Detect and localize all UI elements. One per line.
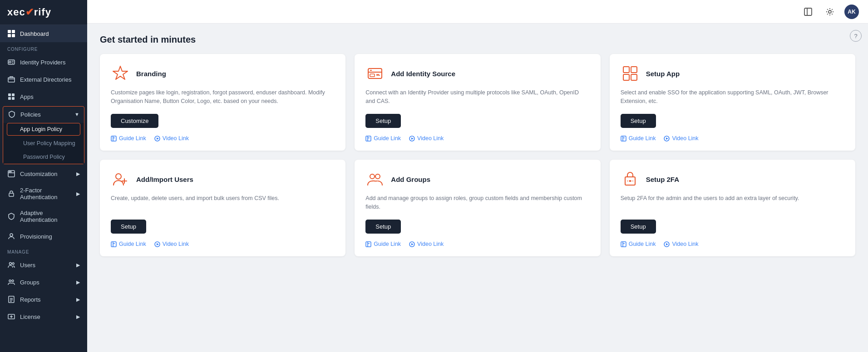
sidebar-item-license[interactable]: License ▶ [0, 308, 87, 325]
add-import-users-card-title: Add/Import Users [136, 176, 193, 183]
svg-point-21 [12, 280, 14, 282]
svg-point-18 [10, 263, 12, 265]
sidebar-item-customization-label: Customization [20, 171, 57, 177]
add-identity-source-video-link[interactable]: Video Link [409, 135, 444, 142]
sidebar-item-dashboard[interactable]: Dashboard [0, 25, 87, 42]
svg-point-46 [116, 174, 121, 179]
setup-2fa-card-links: Guide Link Video Link [621, 241, 844, 247]
svg-rect-0 [8, 30, 11, 33]
setup-2fa-card-header: Setup 2FA [621, 170, 844, 189]
toggle-sidebar-button[interactable] [801, 5, 815, 19]
svg-point-15 [10, 171, 11, 172]
settings-button[interactable] [823, 5, 837, 19]
branding-customize-button[interactable]: Customize [111, 114, 158, 128]
sidebar-sub-app-login-policy[interactable]: App Login Policy [7, 123, 80, 136]
content-area: Get started in minutes Branding Customiz… [87, 24, 868, 352]
svg-rect-27 [111, 136, 116, 141]
sidebar-item-users[interactable]: Users ▶ [0, 256, 87, 274]
setup-app-video-link[interactable]: Video Link [664, 135, 698, 142]
sidebar-item-reports[interactable]: Reports ▶ [0, 291, 87, 308]
branding-card-links: Guide Link Video Link [111, 135, 335, 142]
add-identity-source-setup-button[interactable]: Setup [365, 114, 401, 128]
configure-section-label: Configure [0, 42, 87, 54]
svg-point-53 [375, 174, 380, 179]
sidebar-sub-password-policy[interactable]: Password Policy [3, 150, 84, 164]
sidebar-item-adaptive-auth[interactable]: Adaptive Authentication [0, 205, 87, 228]
sidebar-item-identity-providers-label: Identity Providers [20, 59, 65, 66]
svg-rect-11 [8, 97, 11, 100]
app-login-policy-label: App Login Policy [20, 126, 62, 132]
setup-2fa-icon [621, 170, 640, 189]
sidebar-item-2fa[interactable]: 2-Factor Authentication ▶ [0, 182, 87, 205]
add-import-users-card-desc: Create, update, delete users, and import… [111, 194, 335, 212]
sidebar: xec✔rify Dashboard Configure Identity Pr… [0, 0, 87, 352]
branding-card-title: Branding [136, 70, 166, 78]
svg-point-25 [829, 10, 831, 13]
setup-app-card-links: Guide Link Video Link [621, 135, 844, 142]
setup-app-card-title: Setup App [646, 70, 680, 78]
svg-marker-51 [157, 243, 159, 245]
user-policy-mapping-label: User Policy Mapping [23, 140, 75, 147]
add-import-users-video-link[interactable]: Video Link [154, 241, 189, 247]
add-identity-source-guide-link[interactable]: Guide Link [365, 135, 401, 142]
svg-point-52 [370, 174, 375, 179]
add-groups-video-link[interactable]: Video Link [409, 241, 444, 247]
sidebar-item-provisioning[interactable]: Provisioning [0, 228, 87, 245]
add-groups-card: Add Groups Add and manage groups to assi… [355, 160, 600, 256]
apps-icon [7, 93, 15, 101]
add-import-users-setup-button[interactable]: Setup [111, 220, 146, 234]
setup-app-card: Setup App Select and enable SSO for the … [610, 54, 855, 151]
add-import-users-icon [111, 170, 130, 189]
policies-chevron: ▼ [74, 112, 79, 117]
svg-rect-24 [804, 8, 812, 15]
branding-guide-link[interactable]: Guide Link [111, 135, 146, 142]
setup-app-icon [621, 64, 640, 83]
svg-rect-3 [12, 34, 15, 37]
manage-section-label: Manage [0, 245, 87, 256]
branding-video-link[interactable]: Video Link [154, 135, 189, 142]
add-groups-setup-button[interactable]: Setup [365, 220, 401, 234]
add-groups-guide-link[interactable]: Guide Link [365, 241, 401, 247]
users-chevron: ▶ [76, 262, 80, 268]
svg-rect-36 [366, 136, 371, 141]
setup-2fa-setup-button[interactable]: Setup [621, 220, 656, 234]
sidebar-item-identity-providers[interactable]: Identity Providers [0, 54, 87, 71]
help-button[interactable]: ? [850, 30, 862, 42]
svg-rect-12 [12, 97, 15, 100]
svg-rect-42 [631, 74, 637, 80]
logo[interactable]: xec✔rify [0, 0, 87, 25]
svg-rect-43 [621, 136, 626, 141]
user-avatar[interactable]: AK [844, 5, 859, 19]
add-identity-source-icon [365, 64, 385, 83]
sidebar-item-policies[interactable]: Policies ▼ [3, 107, 84, 122]
groups-icon [7, 278, 15, 286]
reports-chevron: ▶ [76, 297, 80, 303]
svg-point-59 [629, 180, 631, 182]
svg-rect-9 [8, 93, 11, 96]
sidebar-item-customization[interactable]: Customization ▶ [0, 165, 87, 182]
sidebar-item-reports-label: Reports [20, 296, 41, 303]
add-groups-card-desc: Add and manage groups to assign roles, g… [365, 194, 589, 212]
sidebar-item-apps[interactable]: Apps [0, 88, 87, 105]
svg-point-20 [9, 280, 11, 282]
identity-icon [7, 58, 15, 66]
sidebar-sub-user-policy-mapping[interactable]: User Policy Mapping [3, 137, 84, 150]
directories-icon [7, 75, 15, 83]
sidebar-item-license-label: License [20, 313, 40, 320]
add-groups-icon [365, 170, 385, 189]
setup-2fa-video-link[interactable]: Video Link [664, 241, 698, 247]
setup-app-setup-button[interactable]: Setup [621, 114, 656, 128]
setup-2fa-card: Setup 2FA Setup 2FA for the admin and th… [610, 160, 855, 256]
branding-card: Branding Customize pages like login, reg… [100, 54, 345, 151]
setup-app-guide-link[interactable]: Guide Link [621, 135, 656, 142]
sidebar-item-groups[interactable]: Groups ▶ [0, 274, 87, 291]
add-import-users-guide-link[interactable]: Guide Link [111, 241, 146, 247]
sidebar-item-external-directories[interactable]: External Directories [0, 71, 87, 88]
svg-marker-26 [113, 66, 128, 79]
add-import-users-card-header: Add/Import Users [111, 170, 335, 189]
policies-icon [8, 110, 16, 118]
add-import-users-card-links: Guide Link Video Link [111, 241, 335, 247]
svg-rect-40 [631, 67, 637, 73]
sidebar-item-provisioning-label: Provisioning [20, 233, 52, 240]
setup-2fa-guide-link[interactable]: Guide Link [621, 241, 656, 247]
